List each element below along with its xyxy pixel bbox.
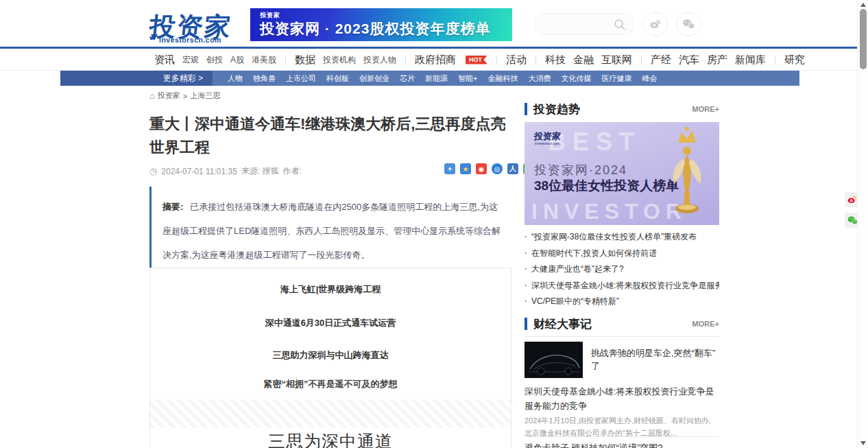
article-paragraph: 紧密“相拥”不再是遥不可及的梦想 xyxy=(150,378,511,390)
article-paragraph: 深中通道6月30日正式通车试运营 xyxy=(150,317,511,329)
subnav-item-shangshigongsi[interactable]: 上市公司 xyxy=(286,73,316,84)
events-title: 财经大事记 xyxy=(533,316,692,332)
clock-icon: ◷ xyxy=(149,166,157,176)
subnav-item-fenghui[interactable]: 峰会 xyxy=(642,73,657,84)
share-toolbar: ＋ ★ ◉ ◎ 人 ● xyxy=(444,163,534,174)
nav-item-zhengfuzhaoshang[interactable]: 政府招商 xyxy=(415,54,456,67)
nav-item-shuju[interactable]: 数据 xyxy=(295,54,315,67)
section-accent-bar xyxy=(525,103,527,115)
nav-item-chuangtou[interactable]: 创投 xyxy=(206,54,223,66)
nav-item-touzijigou[interactable]: 投资机构 xyxy=(323,54,356,66)
subnav-item-jinrongkeji[interactable]: 金融科技 xyxy=(487,73,518,84)
article-source: 来源: 搜狐 xyxy=(241,165,279,177)
article-paragraph: 三思助力深圳与中山跨海直达 xyxy=(150,349,511,362)
nav-item-jinrong[interactable]: 金融 xyxy=(573,54,594,67)
subnav-item-xinnengyuan[interactable]: 新能源 xyxy=(425,73,448,84)
article-heading: 三思为深中通道 xyxy=(150,430,511,448)
subnav-item-renwu[interactable]: 人物 xyxy=(228,73,243,84)
subnav-item-xinpian[interactable]: 芯片 xyxy=(400,73,415,84)
events-section-header: 财经大事记 MORE+ xyxy=(525,316,719,331)
qzone-icon[interactable]: ★ xyxy=(460,163,471,174)
hot-badge: HOT xyxy=(466,56,487,64)
weibo-share-icon[interactable]: ◉ xyxy=(476,163,487,174)
wechat-icon xyxy=(847,215,858,226)
events-next-title[interactable]: 避免卡脖子,硬科技如何“逆境”突围? xyxy=(525,442,719,448)
banner-watermark-top: BEST xyxy=(548,128,641,156)
nav-item-qiche[interactable]: 汽车 xyxy=(679,54,699,67)
trends-more-link[interactable]: MORE+ xyxy=(692,105,719,113)
breadcrumb-home-link[interactable]: 投资家 xyxy=(158,91,180,101)
breadcrumb: ⌂ 投资家 > 上海三思 xyxy=(149,91,220,101)
weibo-icon xyxy=(649,17,662,31)
trends-list-item[interactable]: “投资家网-38位最佳女性投资人榜单”重磅发布 xyxy=(525,229,719,246)
nav-item-xinwenku[interactable]: 新闻库 xyxy=(735,54,766,67)
subnav-item-chuangxinchuangye[interactable]: 创新创业 xyxy=(359,73,389,84)
nav-divider xyxy=(535,56,536,64)
header-wechat-button[interactable] xyxy=(676,12,701,36)
scrollbar-thumb[interactable] xyxy=(860,9,867,69)
home-icon[interactable]: ⌂ xyxy=(149,91,155,101)
breadcrumb-separator: > xyxy=(183,92,187,100)
subnav-item-yiliaojiankang[interactable]: 医疗健康 xyxy=(601,73,631,84)
trends-list-item[interactable]: 在智能时代下,投资人如何保持前进 xyxy=(525,246,719,262)
events-article-excerpt: 2024年1月10日,由投资家网主办,财经锐眼、有时间协办,北京微金科技有限公司… xyxy=(525,414,716,439)
weibo-icon xyxy=(847,194,858,205)
article-title: 重大丨深中通道今通车!继港珠澳大桥后,三思再度点亮世界工程 xyxy=(149,113,520,159)
nav-divider xyxy=(641,56,642,64)
list-divider xyxy=(525,436,719,437)
summary-text: 已承接过包括港珠澳大桥海底隧道在内2500多条隧道照明工程的上海三思,为这座超级… xyxy=(162,202,501,260)
site-logo-domain: investorscn.com xyxy=(159,36,221,44)
nav-item-fangchan[interactable]: 房产 xyxy=(707,54,727,67)
subnav-more-link[interactable]: 更多精彩 > xyxy=(60,71,213,86)
events-article-title[interactable]: 深圳天使母基金姚小雄:将来股权投资行业竞争是服务能力的竞争 xyxy=(525,384,719,413)
article-paragraph: 海上飞虹|世界级跨海工程 xyxy=(150,283,511,296)
trends-list-item[interactable]: 大健康产业也“卷”起来了? xyxy=(525,261,719,278)
share-more-icon[interactable]: ＋ xyxy=(444,163,455,174)
nav-item-yanjiu[interactable]: 研究 xyxy=(784,54,805,67)
trends-list-item[interactable]: VC/PE眼中的“专精特新” xyxy=(525,294,719,310)
promo-banner-text: 投资家网 · 2023股权投资年度榜单 xyxy=(260,19,507,38)
nav-divider xyxy=(775,56,775,64)
nav-divider xyxy=(496,56,497,64)
search-input[interactable] xyxy=(544,17,612,31)
search-icon[interactable] xyxy=(614,19,626,31)
search-box[interactable] xyxy=(533,13,635,35)
nav-item-chanjing[interactable]: 产经 xyxy=(651,54,671,67)
events-featured-item[interactable]: 挑战奔驰的明星车企,突然“翻车”了 xyxy=(525,342,719,378)
article-image-top xyxy=(150,400,511,427)
scrollbar[interactable] xyxy=(857,0,868,448)
promo-banner[interactable]: 投资家 投资家网 · 2023股权投资年度榜单 xyxy=(250,8,512,41)
trends-list: “投资家网-38位最佳女性投资人榜单”重磅发布 在智能时代下,投资人如何保持前进… xyxy=(525,229,719,310)
summary-label: 摘要: xyxy=(162,202,183,212)
trends-banner[interactable]: BEST 投资家 investorscn.com 投资家网·2024 38位最佳… xyxy=(525,122,719,225)
nav-divider xyxy=(405,56,406,64)
breadcrumb-current: 上海三思 xyxy=(190,91,220,101)
subnav-item-zhineng[interactable]: 智能+ xyxy=(458,73,477,84)
nav-item-zixun[interactable]: 资讯 xyxy=(154,54,175,67)
scroll-up-arrow-icon[interactable] xyxy=(860,3,866,7)
nav-item-hulianwang[interactable]: 互联网 xyxy=(601,54,632,67)
nav-item-touzirenwu[interactable]: 投资人物 xyxy=(363,54,396,66)
qq-icon[interactable]: ◎ xyxy=(492,163,503,174)
article-date: 2024-07-01 11:01:35 xyxy=(161,167,237,176)
header-weibo-button[interactable] xyxy=(643,12,668,36)
nav-divider xyxy=(285,56,286,64)
logo-arrow-icon xyxy=(151,34,158,40)
nav-item-agu[interactable]: A股 xyxy=(230,54,244,66)
nav-item-gangmeigu[interactable]: 港美股 xyxy=(252,54,276,66)
subnav-item-wenhuachuanmei[interactable]: 文化传媒 xyxy=(561,73,591,84)
nav-item-hongguan[interactable]: 宏观 xyxy=(182,54,199,66)
renren-icon[interactable]: 人 xyxy=(507,163,518,174)
nav-item-keji[interactable]: 科技 xyxy=(545,54,566,67)
trends-list-item[interactable]: 深圳天使母基金姚小雄:将来股权投资行业竞争是服务能力的... xyxy=(525,278,719,294)
subnav-item-dujiaoshou[interactable]: 独角兽 xyxy=(253,73,276,84)
subnav-item-daxiaofei[interactable]: 大消费 xyxy=(528,73,551,84)
nav-item-huodong[interactable]: 活动 xyxy=(506,54,527,67)
trophy-icon xyxy=(666,125,708,224)
banner-line2: 38位最佳女性投资人榜单 xyxy=(534,177,679,195)
subnav-item-kechuangban[interactable]: 科创板 xyxy=(326,73,349,84)
scroll-down-arrow-icon[interactable] xyxy=(860,441,866,445)
events-more-link[interactable]: MORE+ xyxy=(692,320,719,328)
events-featured-title[interactable]: 挑战奔驰的明星车企,突然“翻车”了 xyxy=(591,346,718,373)
car-thumbnail[interactable] xyxy=(525,342,583,378)
